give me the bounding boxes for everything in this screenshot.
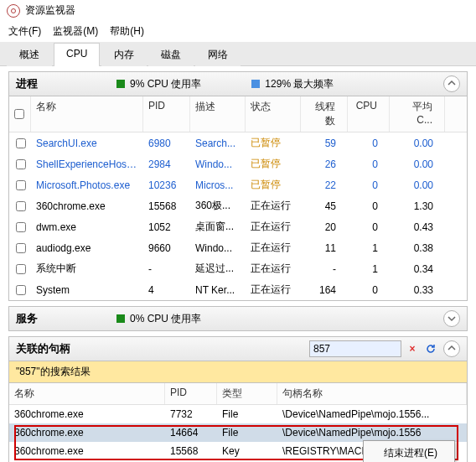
col-avg[interactable]: 平均 C... (390, 96, 445, 132)
services-title: 服务 (16, 311, 116, 326)
max-freq-icon (251, 80, 260, 88)
table-row[interactable]: System4NT Ker...正在运行16400.33 (9, 279, 467, 300)
table-row[interactable]: 系统中断-延迟过...正在运行-10.34 (9, 258, 467, 279)
handle-pid: 14664 (165, 425, 217, 440)
proc-cpu: 0 (348, 178, 390, 193)
tab-network[interactable]: 网络 (195, 43, 241, 66)
proc-name: System (31, 283, 143, 298)
handles-title: 关联的句柄 (16, 341, 116, 356)
refresh-search-icon[interactable] (423, 341, 438, 356)
proc-desc: NT Ker... (190, 283, 246, 298)
hcol-pid[interactable]: PID (165, 383, 217, 404)
proc-status: 已暂停 (246, 134, 301, 152)
hcol-path[interactable]: 句柄名称 (277, 383, 467, 404)
hcol-name[interactable]: 名称 (9, 383, 165, 404)
handle-path: \Device\NamedPipe\mojo.1556 (277, 425, 467, 440)
table-row[interactable]: audiodg.exe9660Windo...正在运行1110.38 (9, 237, 467, 258)
row-checkbox[interactable] (16, 243, 26, 253)
window-title: 资源监视器 (25, 3, 75, 18)
col-threads[interactable]: 线程数 (301, 96, 348, 132)
proc-status: 正在运行 (246, 239, 301, 257)
proc-pid: - (143, 262, 190, 277)
row-checkbox[interactable] (16, 222, 26, 232)
menu-help[interactable]: 帮助(H) (110, 24, 144, 39)
handle-search-input[interactable] (309, 340, 401, 357)
proc-desc: Search... (190, 136, 246, 151)
proc-desc: 桌面窗... (190, 218, 246, 236)
col-name[interactable]: 名称 (31, 96, 143, 132)
menu-file[interactable]: 文件(F) (8, 24, 41, 39)
app-icon (7, 4, 20, 18)
clear-search-icon[interactable]: × (405, 341, 420, 356)
proc-threads: 22 (301, 178, 348, 193)
table-row[interactable]: dwm.exe1052桌面窗...正在运行2000.43 (9, 216, 467, 237)
proc-threads: 20 (301, 220, 348, 235)
proc-name: 系统中断 (31, 260, 143, 278)
search-result-banner: "857"的搜索结果 (8, 361, 468, 383)
row-checkbox[interactable] (16, 285, 26, 295)
proc-status: 正在运行 (246, 197, 301, 215)
tab-overview[interactable]: 概述 (7, 43, 52, 66)
row-checkbox[interactable] (16, 201, 26, 211)
proc-pid: 10236 (143, 178, 190, 193)
collapse-processes-icon[interactable] (443, 75, 460, 92)
proc-avg: 1.30 (390, 199, 445, 214)
table-row[interactable]: 360chrome.exe7732File\Device\NamedPipe\m… (9, 405, 467, 423)
hcol-type[interactable]: 类型 (217, 383, 277, 404)
proc-cpu: 0 (348, 157, 390, 172)
proc-avg: 0.00 (390, 178, 445, 193)
row-checkbox[interactable] (16, 264, 26, 274)
table-row[interactable]: SearchUI.exe6980Search...已暂停5900.00 (9, 132, 467, 153)
proc-avg: 0.43 (390, 220, 445, 235)
select-all-checkbox[interactable] (14, 109, 24, 119)
proc-threads: - (301, 262, 348, 277)
proc-desc: Micros... (190, 178, 246, 193)
proc-status: 正在运行 (246, 281, 301, 298)
handle-type: Key (217, 444, 277, 459)
handle-path: \Device\NamedPipe\mojo.1556... (277, 407, 467, 422)
cpu-usage-label: 9% CPU 使用率 (130, 77, 201, 91)
proc-name: ShellExperienceHost.exe (31, 157, 143, 172)
handles-header[interactable]: 关联的句柄 × (8, 336, 468, 361)
table-row[interactable]: 360chrome.exe14664File\Device\NamedPipe\… (9, 423, 467, 442)
col-cpu[interactable]: CPU (348, 96, 390, 132)
table-row[interactable]: ShellExperienceHost.exe2984Windo...已暂停26… (9, 153, 467, 174)
col-pid[interactable]: PID (143, 96, 190, 132)
handle-type: File (217, 407, 277, 422)
tab-cpu[interactable]: CPU (54, 43, 100, 66)
handle-pid: 15568 (165, 444, 217, 459)
context-menu: 结束进程(E) (363, 440, 455, 462)
proc-avg: 0.00 (390, 157, 445, 172)
row-checkbox[interactable] (16, 180, 26, 190)
proc-status: 正在运行 (246, 218, 301, 236)
collapse-handles-icon[interactable] (443, 340, 460, 357)
proc-pid: 15568 (143, 199, 190, 214)
proc-threads: 45 (301, 199, 348, 214)
services-header[interactable]: 服务 0% CPU 使用率 (8, 306, 468, 331)
context-end-process[interactable]: 结束进程(E) (365, 444, 453, 462)
cpu-usage-icon (116, 80, 125, 88)
col-status[interactable]: 状态 (246, 96, 301, 132)
proc-cpu: 1 (348, 262, 390, 277)
row-checkbox[interactable] (16, 138, 26, 148)
col-desc[interactable]: 描述 (190, 96, 246, 132)
menu-monitor[interactable]: 监视器(M) (53, 24, 98, 39)
tab-disk[interactable]: 磁盘 (148, 43, 194, 66)
processes-header[interactable]: 进程 9% CPU 使用率 129% 最大频率 (8, 71, 468, 96)
expand-services-icon[interactable] (443, 310, 460, 327)
tab-memory[interactable]: 内存 (101, 43, 147, 66)
proc-desc: 延迟过... (190, 260, 246, 278)
handle-pid: 7732 (165, 407, 217, 422)
table-row[interactable]: Microsoft.Photos.exe10236Micros...已暂停220… (9, 174, 467, 195)
proc-pid: 1052 (143, 220, 190, 235)
proc-threads: 164 (301, 283, 348, 298)
proc-pid: 2984 (143, 157, 190, 172)
table-row[interactable]: 360chrome.exe15568360极...正在运行4501.30 (9, 195, 467, 216)
proc-cpu: 1 (348, 241, 390, 256)
proc-avg: 0.34 (390, 262, 445, 277)
proc-pid: 4 (143, 283, 190, 298)
proc-pid: 9660 (143, 241, 190, 256)
proc-threads: 59 (301, 136, 348, 151)
proc-name: 360chrome.exe (31, 199, 143, 214)
row-checkbox[interactable] (16, 159, 26, 169)
